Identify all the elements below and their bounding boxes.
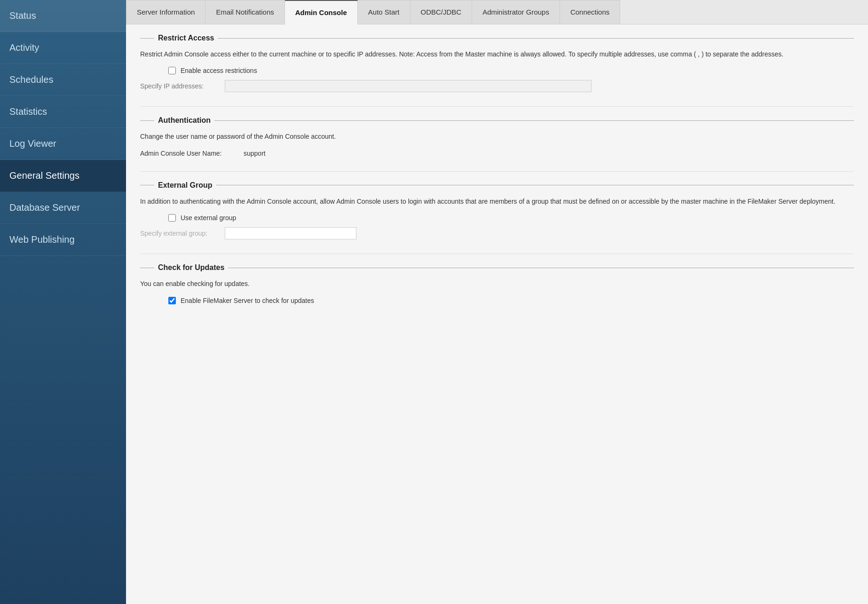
ext-line-right bbox=[216, 185, 854, 185]
authentication-header: Authentication bbox=[140, 116, 854, 125]
updates-line-left bbox=[140, 268, 154, 268]
tab-administrator-groups[interactable]: Administrator Groups bbox=[472, 0, 560, 24]
external-group-title: External Group bbox=[158, 181, 213, 190]
check-updates-description: You can enable checking for updates. bbox=[140, 278, 854, 289]
divider-2 bbox=[140, 171, 854, 172]
authentication-description: Change the user name or password of the … bbox=[140, 131, 854, 142]
ip-address-label: Specify IP addresses: bbox=[140, 82, 225, 90]
use-external-group-row: Use external group bbox=[168, 214, 854, 222]
sidebar-item-statistics[interactable]: Statistics bbox=[0, 96, 126, 128]
check-for-updates-section: Check for Updates You can enable checkin… bbox=[140, 263, 854, 304]
tab-auto-start[interactable]: Auto Start bbox=[358, 0, 410, 24]
sidebar-item-web-publishing[interactable]: Web Publishing bbox=[0, 224, 126, 256]
tab-admin-console[interactable]: Admin Console bbox=[285, 0, 358, 24]
external-group-input[interactable] bbox=[225, 227, 356, 239]
tab-server-information[interactable]: Server Information bbox=[126, 0, 205, 24]
tab-bar: Server InformationEmail NotificationsAdm… bbox=[126, 0, 868, 24]
enable-updates-label: Enable FileMaker Server to check for upd… bbox=[181, 297, 314, 304]
sidebar-item-status[interactable]: Status bbox=[0, 0, 126, 32]
auth-line-right bbox=[214, 120, 854, 121]
content-area: Restrict Access Restrict Admin Console a… bbox=[126, 24, 868, 604]
enable-updates-row: Enable FileMaker Server to check for upd… bbox=[168, 297, 854, 304]
authentication-section: Authentication Change the user name or p… bbox=[140, 116, 854, 157]
enable-access-label: Enable access restrictions bbox=[181, 67, 257, 74]
sidebar-item-activity[interactable]: Activity bbox=[0, 32, 126, 64]
divider-3 bbox=[140, 254, 854, 254]
use-external-group-checkbox[interactable] bbox=[168, 214, 176, 222]
specify-external-group-row: Specify external group: bbox=[140, 227, 854, 239]
auth-line-left bbox=[140, 120, 154, 121]
divider-1 bbox=[140, 106, 854, 107]
header-line-left bbox=[140, 38, 154, 39]
external-group-header: External Group bbox=[140, 181, 854, 190]
enable-updates-checkbox[interactable] bbox=[168, 297, 176, 304]
authentication-title: Authentication bbox=[158, 116, 211, 125]
check-updates-title: Check for Updates bbox=[158, 263, 224, 272]
header-line-right bbox=[218, 38, 854, 39]
ip-address-input[interactable] bbox=[225, 80, 592, 92]
username-row: Admin Console User Name: support bbox=[140, 150, 854, 157]
restrict-access-section: Restrict Access Restrict Admin Console a… bbox=[140, 34, 854, 92]
external-group-description: In addition to authenticating with the A… bbox=[140, 196, 854, 207]
updates-line-right bbox=[228, 268, 854, 268]
sidebar-item-log-viewer[interactable]: Log Viewer bbox=[0, 128, 126, 160]
use-external-group-label: Use external group bbox=[181, 214, 236, 222]
sidebar: StatusActivitySchedulesStatisticsLog Vie… bbox=[0, 0, 126, 604]
check-updates-header: Check for Updates bbox=[140, 263, 854, 272]
ext-line-left bbox=[140, 185, 154, 185]
external-group-section: External Group In addition to authentica… bbox=[140, 181, 854, 239]
specify-external-group-label: Specify external group: bbox=[140, 230, 225, 237]
tab-connections[interactable]: Connections bbox=[560, 0, 620, 24]
username-value: support bbox=[244, 150, 266, 157]
restrict-access-header: Restrict Access bbox=[140, 34, 854, 42]
tab-email-notifications[interactable]: Email Notifications bbox=[205, 0, 284, 24]
restrict-access-title: Restrict Access bbox=[158, 34, 214, 42]
ip-address-row: Specify IP addresses: bbox=[140, 80, 854, 92]
enable-access-row: Enable access restrictions bbox=[168, 67, 854, 74]
tab-odbc-jdbc[interactable]: ODBC/JDBC bbox=[410, 0, 473, 24]
restrict-access-description: Restrict Admin Console access either to … bbox=[140, 49, 854, 59]
sidebar-item-schedules[interactable]: Schedules bbox=[0, 64, 126, 96]
main-content: Server InformationEmail NotificationsAdm… bbox=[126, 0, 868, 604]
enable-access-checkbox[interactable] bbox=[168, 67, 176, 74]
username-label: Admin Console User Name: bbox=[140, 150, 244, 157]
sidebar-item-general-settings[interactable]: General Settings bbox=[0, 160, 126, 192]
sidebar-item-database-server[interactable]: Database Server bbox=[0, 192, 126, 224]
